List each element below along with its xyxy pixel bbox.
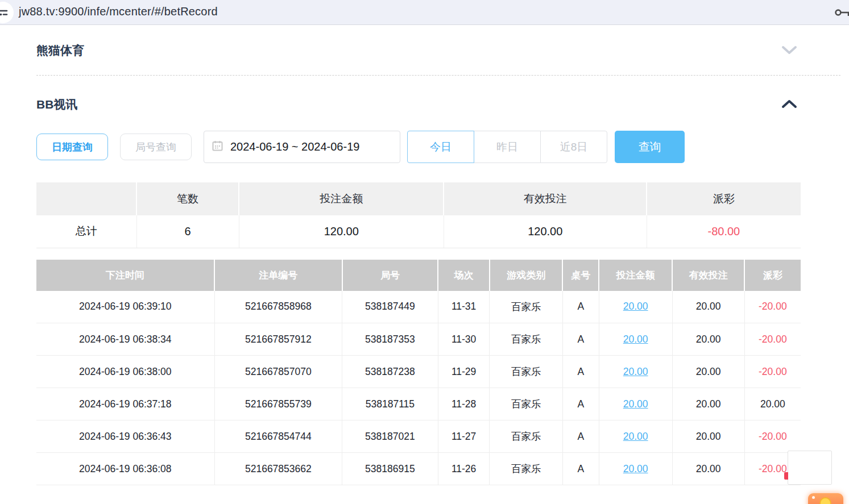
- bet-table-header-row: 下注时间 注单编号 局号 场次 游戏类别 桌号 投注金额 有效投注 派彩: [36, 260, 801, 291]
- cell-bet-id: 521667857070: [214, 356, 342, 388]
- calendar-icon: [212, 140, 223, 153]
- quick-range-yesterday[interactable]: 昨日: [474, 131, 541, 163]
- cell-game-type: 百家乐: [490, 323, 562, 356]
- cell-table-no: A: [562, 356, 599, 388]
- cell-bet-id: 521667857912: [214, 323, 342, 356]
- summary-table: 笔数 投注金额 有效投注 派彩 总计 6 120.00 120.00 -80.0…: [36, 182, 801, 248]
- header-bet-amount: 投注金额: [599, 260, 672, 291]
- cell-round-no: 538186915: [342, 453, 438, 485]
- cell-payout: -20.00: [744, 323, 801, 356]
- header-bet-time: 下注时间: [36, 260, 214, 291]
- bet-table-body: 2024-06-19 06:39:10 521667858968 5381874…: [36, 291, 801, 485]
- bet-amount-link[interactable]: 20.00: [623, 431, 648, 442]
- cell-session: 11-29: [438, 356, 490, 388]
- cell-valid-bet: 20.00: [672, 323, 744, 356]
- cell-payout: 20.00: [744, 388, 801, 420]
- cell-bet-id: 521667854744: [214, 420, 342, 453]
- cell-table-no: A: [562, 388, 599, 420]
- date-range-value: 2024-06-19 ~ 2024-06-19: [230, 140, 359, 153]
- section-title-bb: BB视讯: [36, 97, 77, 113]
- summary-header-valid-bet: 有效投注: [444, 182, 647, 215]
- summary-bet-amount-value: 120.00: [239, 215, 444, 248]
- cell-round-no: 538187115: [342, 388, 438, 420]
- coin-icon: [819, 497, 831, 504]
- cell-bet-time: 2024-06-19 06:36:08: [36, 453, 214, 485]
- header-payout: 派彩: [744, 260, 801, 291]
- header-table-no: 桌号: [562, 260, 599, 291]
- cell-game-type: 百家乐: [490, 453, 562, 485]
- quick-range-group: 今日 昨日 近8日: [407, 131, 607, 163]
- tab-date-query[interactable]: 日期查询: [36, 134, 108, 160]
- cell-bet-id: 521667853662: [214, 453, 342, 485]
- table-row: 2024-06-19 06:39:10 521667858968 5381874…: [36, 291, 801, 323]
- summary-header-payout: 派彩: [647, 182, 801, 215]
- cell-table-no: A: [562, 420, 599, 453]
- cell-session: 11-27: [438, 420, 490, 453]
- summary-count-value: 6: [136, 215, 239, 248]
- cell-bet-id: 521667855739: [214, 388, 342, 420]
- cell-payout: -20.00: [744, 291, 801, 323]
- summary-header-count: 笔数: [136, 182, 239, 215]
- cell-payout: -20.00: [744, 420, 801, 453]
- url-input[interactable]: jw88.tv:9900/infe/mcenter/#/betRecord: [19, 5, 218, 18]
- cell-game-type: 百家乐: [490, 356, 562, 388]
- quick-range-today[interactable]: 今日: [407, 131, 474, 163]
- bet-amount-link[interactable]: 20.00: [623, 463, 648, 474]
- section-header-bb-video[interactable]: BB视讯: [36, 97, 801, 113]
- date-range-input[interactable]: 2024-06-19 ~ 2024-06-19: [204, 131, 400, 163]
- cell-table-no: A: [562, 291, 599, 323]
- floating-service-panel[interactable]: [788, 451, 832, 485]
- cell-table-no: A: [562, 453, 599, 485]
- browser-url-bar: jw88.tv:9900/infe/mcenter/#/betRecord: [0, 0, 849, 25]
- cell-round-no: 538187238: [342, 356, 438, 388]
- bet-amount-link[interactable]: 20.00: [623, 366, 648, 377]
- notification-badge: [784, 472, 788, 480]
- header-game-type: 游戏类别: [490, 260, 562, 291]
- bet-amount-link[interactable]: 20.00: [623, 334, 648, 345]
- bet-amount-link[interactable]: 20.00: [623, 398, 648, 410]
- coin-promo-icon[interactable]: [808, 493, 843, 504]
- cell-bet-time: 2024-06-19 06:39:10: [36, 291, 214, 323]
- cell-valid-bet: 20.00: [672, 388, 744, 420]
- section-divider: [36, 75, 840, 76]
- search-button[interactable]: 查询: [615, 131, 685, 163]
- tab-round-query[interactable]: 局号查询: [120, 134, 192, 160]
- key-icon[interactable]: [834, 6, 849, 22]
- cell-round-no: 538187449: [342, 291, 438, 323]
- summary-total-row: 总计 6 120.00 120.00 -80.00: [36, 215, 801, 248]
- bet-records-table: 下注时间 注单编号 局号 场次 游戏类别 桌号 投注金额 有效投注 派彩 202…: [36, 260, 801, 486]
- cell-round-no: 538187021: [342, 420, 438, 453]
- header-bet-id: 注单编号: [214, 260, 342, 291]
- header-valid-bet: 有效投注: [672, 260, 744, 291]
- summary-header-bet-amount: 投注金额: [239, 182, 444, 215]
- cell-session: 11-28: [438, 388, 490, 420]
- cell-game-type: 百家乐: [490, 388, 562, 420]
- section-title-panda: 熊猫体育: [36, 43, 84, 59]
- cell-valid-bet: 20.00: [672, 420, 744, 453]
- quick-range-last8days[interactable]: 近8日: [540, 131, 607, 163]
- table-row: 2024-06-19 06:36:08 521667853662 5381869…: [36, 453, 801, 485]
- section-header-panda-sports[interactable]: 熊猫体育: [36, 43, 801, 59]
- cell-valid-bet: 20.00: [672, 453, 744, 485]
- chevron-down-icon[interactable]: [778, 44, 801, 57]
- cell-valid-bet: 20.00: [672, 356, 744, 388]
- cell-round-no: 538187353: [342, 323, 438, 356]
- cell-session: 11-26: [438, 453, 490, 485]
- header-round-no: 局号: [342, 260, 438, 291]
- cell-payout: -20.00: [744, 356, 801, 388]
- site-badge-icon[interactable]: [0, 2, 14, 23]
- cell-bet-amount: 20.00: [599, 420, 672, 453]
- summary-header-row: 笔数 投注金额 有效投注 派彩: [36, 182, 801, 215]
- cell-bet-amount: 20.00: [599, 291, 672, 323]
- cell-bet-amount: 20.00: [599, 323, 672, 356]
- sparkle-dot: [812, 496, 815, 499]
- bet-amount-link[interactable]: 20.00: [623, 301, 648, 312]
- cell-game-type: 百家乐: [490, 291, 562, 323]
- header-session: 场次: [438, 260, 490, 291]
- table-row: 2024-06-19 06:38:34 521667857912 5381873…: [36, 323, 801, 356]
- summary-header-empty: [36, 182, 136, 215]
- bet-record-page: 熊猫体育 BB视讯 日期查询 局号查询: [0, 43, 849, 485]
- summary-total-label: 总计: [36, 215, 136, 248]
- chevron-up-icon[interactable]: [778, 98, 801, 111]
- table-row: 2024-06-19 06:36:43 521667854744 5381870…: [36, 420, 801, 453]
